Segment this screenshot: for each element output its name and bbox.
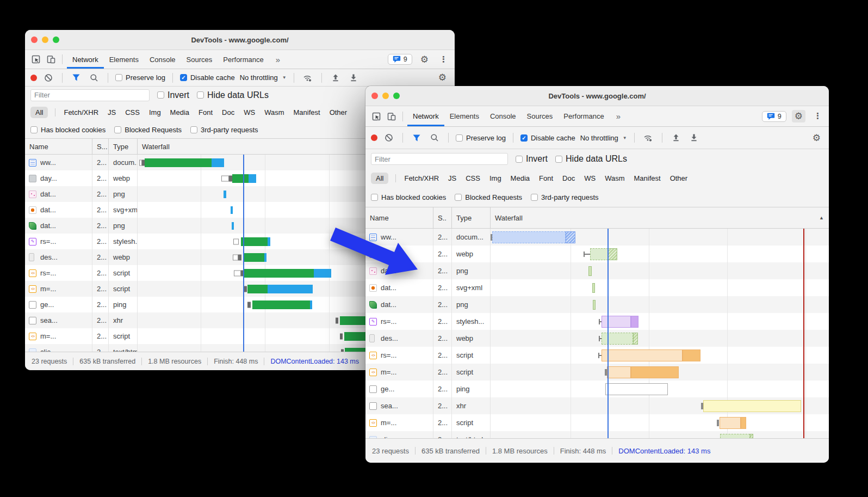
clear-icon[interactable] (382, 131, 395, 144)
table-row[interactable]: des...2...webp (365, 330, 829, 347)
column-header-name[interactable]: Name (25, 139, 92, 154)
request-name-cell[interactable]: dat... (25, 186, 92, 202)
column-header-size[interactable]: S.. (433, 207, 452, 228)
request-name-cell[interactable]: sea... (365, 397, 433, 414)
request-name-cell[interactable]: rs=... (25, 234, 92, 249)
blocked-requests-checkbox[interactable]: Blocked Requests (455, 193, 522, 201)
close-window-button[interactable] (31, 36, 38, 43)
request-name-cell[interactable]: sea... (25, 312, 92, 328)
search-icon[interactable] (88, 71, 101, 84)
table-row[interactable]: dat...2...svg+xml (365, 279, 829, 296)
device-toolbar-icon[interactable] (45, 53, 58, 66)
invert-checkbox[interactable]: Invert (516, 154, 548, 164)
table-row[interactable]: rs=...2...stylesh... (365, 313, 829, 330)
filter-chip-other[interactable]: Other (669, 173, 689, 184)
filter-chip-wasm[interactable]: Wasm (263, 107, 285, 118)
filter-funnel-icon[interactable] (410, 131, 423, 144)
filter-chip-manifest[interactable]: Manifest (633, 173, 661, 184)
3rd-party-requests-checkbox[interactable]: 3rd-party requests (531, 193, 599, 201)
filter-chip-js[interactable]: JS (107, 107, 117, 118)
checkbox-unchecked[interactable] (456, 134, 463, 142)
throttling-dropdown[interactable]: No throttling ▼ (580, 134, 627, 142)
checkbox-unchecked[interactable] (157, 91, 164, 99)
filter-chip-img[interactable]: Img (488, 173, 503, 184)
import-har-icon[interactable] (669, 131, 683, 144)
tab-console[interactable]: Console (485, 106, 522, 126)
table-row[interactable]: ge...2...ping (365, 381, 829, 397)
tab-sources[interactable]: Sources (522, 106, 559, 126)
import-har-icon[interactable] (329, 71, 342, 84)
table-row[interactable]: m=...2...script (365, 414, 829, 431)
filter-input[interactable] (371, 153, 508, 165)
record-button[interactable] (30, 75, 37, 81)
request-name-cell[interactable]: m=... (25, 281, 92, 297)
filter-chip-css[interactable]: CSS (464, 173, 481, 184)
throttling-dropdown[interactable]: No throttling ▼ (240, 73, 287, 82)
filter-chip-other[interactable]: Other (328, 107, 349, 118)
more-tabs-button[interactable]: » (612, 112, 625, 121)
request-name-cell[interactable]: rs=... (365, 313, 433, 330)
kebab-menu-icon[interactable]: ⋮ (811, 111, 824, 122)
filter-chip-media[interactable]: Media (510, 173, 531, 184)
request-name-cell[interactable]: des... (365, 330, 433, 347)
filter-chip-fetch-xhr[interactable]: Fetch/XHR (403, 173, 440, 184)
checkbox-unchecked[interactable] (371, 194, 378, 201)
waterfall-cell[interactable] (491, 431, 829, 438)
close-window-button[interactable] (371, 93, 378, 99)
column-header-size[interactable]: S... (92, 139, 109, 154)
kebab-menu-icon[interactable]: ⋮ (437, 54, 450, 65)
request-name-cell[interactable]: rs=... (365, 347, 433, 364)
has-blocked-cookies-checkbox[interactable]: Has blocked cookies (30, 126, 106, 134)
disable-cache-checkbox[interactable]: Disable cache (520, 134, 575, 142)
filter-chip-doc[interactable]: Doc (221, 107, 235, 118)
waterfall-cell[interactable] (491, 347, 829, 364)
request-name-cell[interactable]: clie (25, 344, 92, 352)
checkbox-unchecked[interactable] (114, 126, 121, 133)
export-har-icon[interactable] (687, 131, 700, 144)
zoom-window-button[interactable] (53, 36, 59, 43)
tab-sources[interactable]: Sources (181, 50, 218, 69)
filter-funnel-icon[interactable] (70, 71, 83, 84)
search-icon[interactable] (428, 131, 441, 144)
minimize-window-button[interactable] (382, 93, 389, 99)
tab-performance[interactable]: Performance (218, 50, 269, 69)
network-settings-gear-icon[interactable]: ⚙ (810, 132, 823, 144)
checkbox-unchecked[interactable] (190, 126, 197, 133)
checkbox-unchecked[interactable] (30, 126, 38, 133)
zoom-window-button[interactable] (393, 93, 400, 99)
request-name-cell[interactable]: ww... (25, 155, 92, 170)
checkbox-checked[interactable] (180, 74, 187, 81)
tab-network[interactable]: Network (67, 50, 104, 69)
filter-chip-all[interactable]: All (371, 173, 388, 184)
request-name-cell[interactable]: dat... (365, 296, 433, 313)
settings-gear-icon[interactable]: ⚙ (792, 110, 805, 122)
waterfall-cell[interactable] (491, 296, 829, 313)
table-row[interactable]: ww...2...docum... (365, 229, 829, 246)
checkbox-unchecked[interactable] (555, 156, 562, 163)
checkbox-checked[interactable] (520, 134, 528, 142)
tab-elements[interactable]: Elements (444, 106, 485, 126)
checkbox-unchecked[interactable] (455, 194, 462, 201)
table-row[interactable]: day...2...webp (365, 246, 829, 262)
issues-badge[interactable]: 9 (388, 54, 412, 65)
checkbox-unchecked[interactable] (115, 74, 122, 81)
waterfall-cell[interactable] (491, 262, 829, 279)
waterfall-cell[interactable] (491, 229, 829, 246)
filter-chip-all[interactable]: All (30, 107, 48, 118)
record-button[interactable] (371, 134, 377, 141)
disable-cache-checkbox[interactable]: Disable cache (180, 73, 235, 82)
preserve-log-checkbox[interactable]: Preserve log (456, 134, 506, 142)
titlebar[interactable]: DevTools - www.google.com/ (25, 30, 455, 50)
waterfall-cell[interactable] (491, 246, 829, 262)
request-name-cell[interactable]: rs=... (25, 265, 92, 281)
filter-chip-media[interactable]: Media (169, 107, 190, 118)
network-settings-gear-icon[interactable]: ⚙ (436, 71, 449, 84)
tab-elements[interactable]: Elements (104, 50, 144, 69)
filter-chip-wasm[interactable]: Wasm (604, 173, 625, 184)
more-tabs-button[interactable]: » (271, 55, 284, 64)
checkbox-unchecked[interactable] (197, 91, 204, 99)
network-conditions-wifi-icon[interactable] (642, 131, 655, 144)
invert-checkbox[interactable]: Invert (157, 90, 189, 100)
tab-console[interactable]: Console (144, 50, 181, 69)
filter-chip-font[interactable]: Font (197, 107, 214, 118)
